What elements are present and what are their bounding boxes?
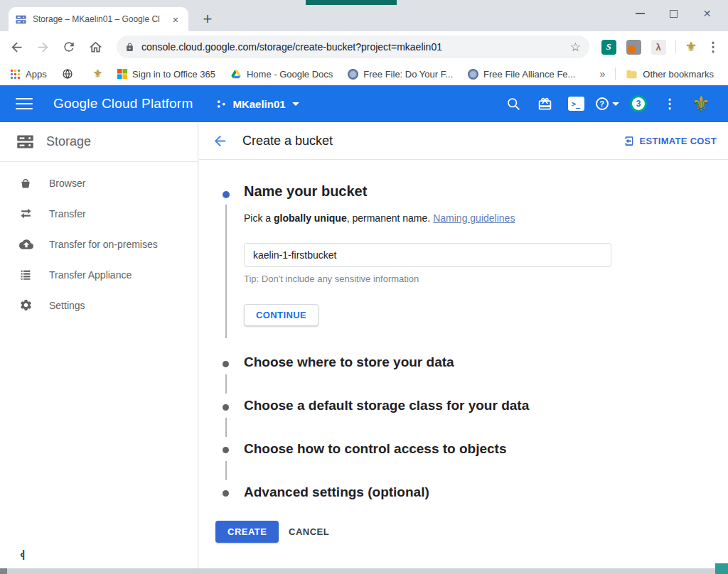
appliance-icon (19, 268, 33, 282)
step-4-title[interactable]: Choose how to control access to objects (244, 441, 507, 457)
sidebar-title: Storage (46, 134, 91, 149)
create-button[interactable]: CREATE (215, 521, 279, 543)
extension-pdf-button[interactable]: λ (648, 37, 668, 57)
step-5-title[interactable]: Advanced settings (optional) (244, 484, 429, 500)
search-icon (506, 97, 521, 112)
cancel-button[interactable]: CANCEL (279, 521, 339, 543)
background-window-sliver (306, 0, 397, 5)
bookmark-fleur[interactable]: ⚜ (93, 67, 102, 80)
search-button[interactable] (498, 97, 529, 112)
sidebar-item-label: Settings (49, 300, 85, 311)
extension-fleur-button[interactable]: ⚜ (681, 37, 701, 57)
sidebar-item-label: Browser (49, 178, 85, 189)
back-button[interactable] (7, 37, 26, 57)
bookmarks-divider (615, 67, 616, 80)
collapse-sidebar-button[interactable]: ‹| (20, 548, 23, 560)
notifications-button[interactable]: 3 (623, 95, 654, 112)
fleur-de-lis-icon: ⚜ (685, 39, 697, 55)
project-selector[interactable]: MKaelin01 (216, 98, 299, 110)
fleur-de-lis-icon: ⚜ (93, 67, 102, 80)
sidebar-item-transfer[interactable]: Transfer (0, 198, 198, 229)
avatar-fleur-de-lis: ⚜ (692, 92, 710, 116)
tab-close-icon[interactable]: × (169, 13, 182, 26)
reload-icon (62, 40, 76, 54)
sidebar-item-transfer-appliance[interactable]: Transfer Appliance (0, 259, 198, 290)
bucket-icon (19, 176, 33, 190)
stepper-connector (225, 205, 227, 338)
step-dot (223, 404, 229, 411)
bookmarks-overflow-button[interactable]: » (600, 68, 606, 80)
extension-orange-icon (626, 40, 641, 55)
tab-strip: Storage – MKaelin01 – Google Cl × + ✕ (0, 0, 728, 31)
maximize-icon (670, 10, 678, 18)
step-3-title[interactable]: Choose a default storage class for your … (244, 398, 529, 413)
minimize-button[interactable] (623, 13, 657, 14)
bookmark-star-icon[interactable]: ☆ (570, 40, 581, 55)
bookmark-label: Free File Alliance Fe... (483, 69, 575, 80)
desc-text: , permanent name. (347, 212, 431, 224)
gcp-menu-button[interactable]: ⋮ (654, 96, 685, 112)
maximize-button[interactable] (657, 10, 690, 18)
address-bar[interactable]: console.cloud.google.com/storage/create-… (117, 36, 589, 58)
sidebar-header: Storage (0, 122, 198, 162)
help-button[interactable]: ? (592, 97, 623, 110)
bookmark-google-docs[interactable]: Home - Google Docs (230, 68, 333, 80)
stepper-connector (225, 374, 227, 394)
estimate-cost-button[interactable]: ESTIMATE COST (622, 135, 717, 147)
account-avatar[interactable]: ⚜ (685, 92, 717, 116)
project-icon (216, 99, 227, 109)
whats-new-button[interactable] (529, 97, 560, 112)
sidebar-item-transfer-on-premises[interactable]: Transfer for on-premises (0, 229, 198, 259)
reload-button[interactable] (60, 37, 78, 57)
new-tab-button[interactable]: + (198, 9, 218, 29)
home-icon (88, 40, 103, 55)
bookmark-freefile-1[interactable]: Free File: Do Your F... (348, 69, 453, 80)
bookmark-label: Free File: Do Your F... (363, 69, 453, 80)
gcp-logo[interactable]: Google Cloud Platform (53, 96, 193, 112)
back-arrow-icon (212, 133, 228, 149)
forward-button[interactable] (33, 37, 52, 57)
minimize-icon (636, 13, 645, 14)
cloud-shell-button[interactable]: >_ (560, 97, 592, 111)
globe-icon (62, 68, 73, 80)
lock-icon (125, 43, 134, 52)
browser-tab[interactable]: Storage – MKaelin01 – Google Cl × (9, 7, 188, 31)
input-tip-text: Tip: Don't include any sensitive informa… (244, 274, 419, 284)
back-arrow-button[interactable] (212, 133, 228, 149)
other-bookmarks-button[interactable]: Other bookmarks (626, 68, 714, 80)
hamburger-menu-button[interactable] (16, 98, 33, 110)
cloud-upload-icon (19, 237, 33, 251)
sidebar-item-label: Transfer (49, 208, 86, 220)
bookmark-office365[interactable]: Sign in to Office 365 (117, 69, 215, 80)
step-2-title[interactable]: Choose where to store your data (244, 354, 454, 370)
kebab-icon: ⋮ (662, 96, 678, 112)
browser-menu-button[interactable]: ⋮ (705, 39, 721, 55)
bookmark-globe[interactable] (62, 68, 78, 80)
desktop-corner-left (0, 568, 7, 574)
estimate-cost-label: ESTIMATE COST (640, 136, 717, 146)
bucket-name-input[interactable] (244, 243, 611, 267)
url-text: console.cloud.google.com/storage/create-… (141, 41, 566, 53)
notification-badge: 3 (630, 95, 647, 112)
sidebar-item-label: Transfer for on-premises (49, 239, 158, 250)
close-button[interactable]: ✕ (690, 8, 724, 19)
desktop-corner-right (715, 563, 728, 574)
continue-button[interactable]: CONTINUE (244, 304, 318, 326)
stepper-connector (225, 461, 227, 480)
storage-icon (16, 132, 35, 151)
home-button[interactable] (86, 37, 105, 57)
bookmark-apps[interactable]: Apps (10, 69, 47, 80)
extension-s-button[interactable]: S (599, 37, 619, 57)
sidebar-item-browser[interactable]: Browser (0, 168, 198, 198)
step-dot (223, 361, 229, 367)
bookmark-label: Apps (26, 69, 47, 80)
bookmark-freefile-2[interactable]: Free File Alliance Fe... (468, 69, 575, 80)
gear-icon (19, 298, 33, 313)
naming-guidelines-link[interactable]: Naming guidelines (433, 212, 515, 224)
stepper-connector (225, 418, 227, 437)
extension-orange-button[interactable] (623, 37, 643, 57)
folder-icon (626, 68, 638, 80)
step-1-title: Name your bucket (244, 183, 367, 200)
sidebar-item-settings[interactable]: Settings (0, 290, 198, 320)
bookmark-label: Home - Google Docs (247, 69, 333, 80)
